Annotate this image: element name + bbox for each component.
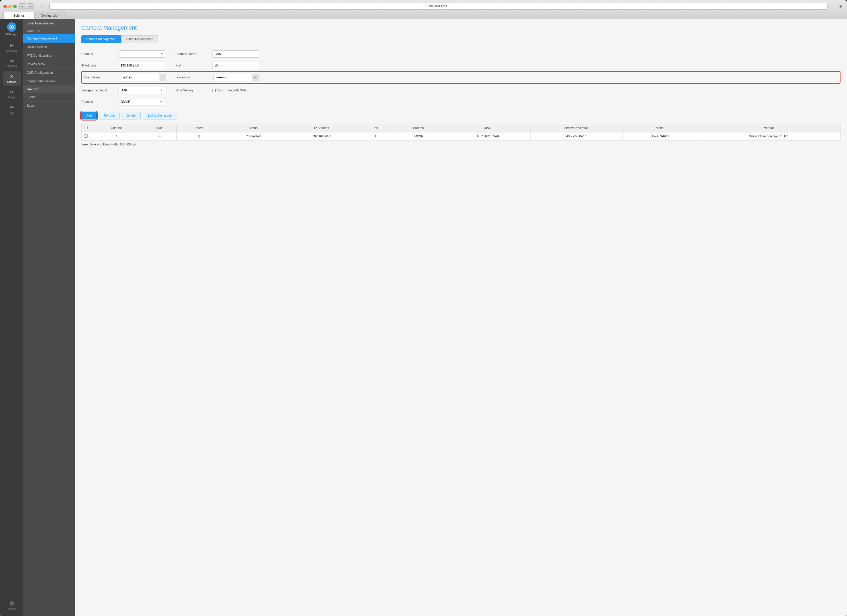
transport-label: Transport Protocol	[81, 88, 115, 92]
username-picker-btn[interactable]: ⋯	[160, 74, 166, 81]
transport-row: Transport Protocol UDP TCP	[81, 85, 165, 96]
row-edit: ✏	[143, 133, 177, 140]
th-model: Model	[622, 124, 698, 133]
row-channel: 1	[90, 133, 143, 140]
delete-button[interactable]: Delete	[122, 112, 140, 119]
live-view-icon: ⊞	[10, 43, 14, 48]
traffic-light-green[interactable]	[13, 5, 17, 8]
row-firmware: 40.7.45.60-r14	[531, 133, 623, 140]
share-icon[interactable]: ↑	[830, 3, 836, 9]
sidebar-item-logout[interactable]: ⏻ Logout	[3, 598, 21, 613]
select-all-checkbox[interactable]	[84, 126, 87, 129]
camera-table: Channel Edit Delete Status IP Address Po…	[81, 124, 841, 140]
table-row: 1 ✏ 🗑 Connected 192.168.20.2 1 MSSP 1CC3…	[81, 133, 841, 140]
th-channel: Channel	[90, 124, 143, 133]
traffic-light-red[interactable]	[3, 5, 7, 8]
back-button[interactable]: ‹	[19, 3, 26, 9]
username-input[interactable]	[121, 74, 160, 81]
row-port: 1	[358, 133, 393, 140]
ip-address-input[interactable]	[118, 62, 165, 69]
auth-highlight-box: User Name ⋯ Password ⋯	[81, 71, 841, 84]
channel-row: Channel ▼	[81, 48, 165, 60]
channel-name-input[interactable]	[212, 50, 259, 57]
traffic-light-yellow[interactable]	[8, 5, 12, 8]
sidebar-item-playback[interactable]: ⏮ Playback	[3, 56, 21, 70]
logout-icon: ⏻	[9, 601, 14, 606]
content-tabs: Camera Management Batch Management	[81, 35, 841, 43]
protocol-select[interactable]: ONVIF MSSP	[118, 98, 165, 105]
nav-privacy-mask[interactable]: Privacy Mask	[23, 60, 75, 69]
tab-options[interactable]: ···	[36, 5, 47, 8]
th-status: Status	[221, 124, 285, 133]
edit-row-icon[interactable]: ✏	[158, 134, 161, 138]
sidebar-item-logs[interactable]: ☰ Logs	[3, 102, 21, 117]
action-buttons: Add Refresh Delete Edit Authentication	[81, 112, 841, 119]
th-edit: Edit	[143, 124, 177, 133]
address-bar[interactable]: 192.168.1.200	[49, 3, 828, 10]
sidebar-item-logs-label: Logs	[9, 112, 15, 115]
playback-icon: ⏮	[9, 58, 14, 63]
channel-label: Channel	[81, 52, 115, 56]
logo-icon	[7, 22, 16, 32]
transport-select[interactable]: UDP TCP	[118, 87, 165, 94]
channel-name-row: Channel Name	[176, 48, 259, 60]
sidebar: Milesight ⊞ Live View ⏮ Playback ✕ Setti…	[0, 19, 23, 616]
new-tab-button[interactable]: +	[67, 13, 74, 19]
edit-auth-button[interactable]: Edit Authentication	[143, 112, 178, 119]
th-mac: MAC	[445, 124, 530, 133]
nav-camera-section: Camera	[23, 28, 75, 34]
nav-image-enhancement[interactable]: Image Enhancement	[23, 77, 75, 86]
form-section: Channel ▼ Channel Name IP Address	[81, 48, 841, 108]
nav-camera-management[interactable]: Camera Management	[23, 34, 75, 43]
nav-event[interactable]: Event	[23, 93, 75, 102]
nav-local-config[interactable]: Local Configuration	[23, 19, 75, 28]
protocol-label: Protocol	[81, 100, 115, 104]
refresh-button[interactable]: Refresh	[99, 112, 120, 119]
settings-icon: ✕	[10, 74, 14, 80]
nav-system[interactable]: System	[23, 102, 75, 110]
username-row: User Name ⋯	[84, 73, 166, 82]
port-label: Port	[176, 63, 209, 67]
row-ip: 192.168.20.2	[285, 133, 358, 140]
password-input-group: ⋯	[213, 74, 258, 81]
th-ip-address: IP Address	[285, 124, 358, 133]
row-status: Connected	[221, 133, 285, 140]
sidebar-item-settings[interactable]: ✕ Settings	[3, 71, 21, 86]
nav-ptz-config[interactable]: PTZ Configuration	[23, 52, 75, 60]
nav-panel: Local Configuration Camera Camera Manage…	[23, 19, 75, 616]
nav-record[interactable]: Record	[23, 86, 75, 93]
sidebar-item-status[interactable]: ≋ Status	[3, 87, 21, 101]
th-delete: Delete	[177, 124, 221, 133]
th-vendor: Vendor	[698, 124, 840, 133]
row-mac: 1CC3162365A6	[445, 133, 530, 140]
delete-row-icon[interactable]: 🗑	[197, 134, 201, 139]
sync-checkbox-group: Sync Time With NVR	[212, 88, 246, 92]
row-delete: 🗑	[177, 133, 221, 140]
sync-time-checkbox[interactable]	[212, 89, 215, 92]
main-content: Camera Management Camera Management Batc…	[75, 19, 847, 616]
add-button[interactable]: Add	[81, 112, 97, 119]
channel-input[interactable]	[118, 50, 165, 57]
add-tab-icon[interactable]: ⊕	[838, 3, 844, 9]
time-setting-label: Time Setting	[176, 88, 209, 92]
bandwidth-info: Free Receiving Bandwidth: 153.50Mbps	[81, 143, 841, 146]
forward-button[interactable]: ›	[27, 3, 34, 9]
tab-batch-management[interactable]: Batch Management	[121, 35, 158, 43]
nav-osd-config[interactable]: OSD Configuration	[23, 69, 75, 77]
svg-point-1	[11, 26, 12, 28]
row-checkbox[interactable]	[84, 134, 87, 138]
port-input[interactable]	[212, 62, 259, 69]
ip-address-row: IP Address	[81, 60, 165, 71]
password-picker-btn[interactable]: ⋯	[252, 74, 258, 81]
sidebar-item-live-view[interactable]: ⊞ Live View	[3, 40, 21, 55]
password-row: Password ⋯	[176, 73, 258, 82]
tab-configuration[interactable]: Configuration	[35, 12, 66, 19]
th-checkbox	[81, 124, 90, 133]
brand-name: Milesight	[6, 33, 17, 36]
password-input[interactable]	[213, 74, 252, 81]
table-header: Channel Edit Delete Status IP Address Po…	[81, 124, 841, 133]
nav-device-search[interactable]: Device Search	[23, 43, 75, 52]
port-row: Port	[176, 60, 259, 71]
tab-settings[interactable]: Settings	[3, 12, 35, 19]
tab-camera-management[interactable]: Camera Management	[81, 35, 121, 43]
